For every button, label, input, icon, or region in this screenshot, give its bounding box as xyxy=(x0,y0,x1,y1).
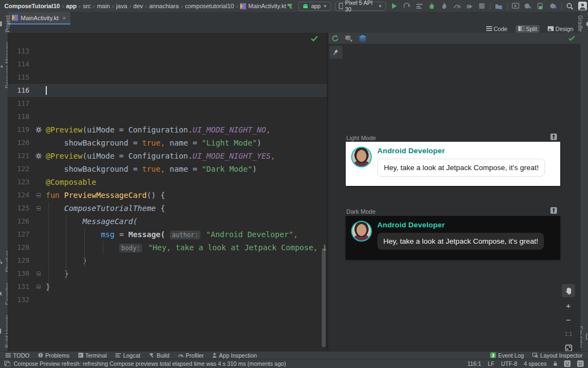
preview-gear-icon[interactable] xyxy=(32,123,46,136)
profile-debug-apk-icon[interactable] xyxy=(465,1,474,11)
mode-split[interactable]: Split xyxy=(516,25,540,33)
preview-action-icon[interactable] xyxy=(550,133,558,141)
gradle-sync-icon[interactable] xyxy=(524,1,532,11)
build-hammer-icon[interactable] xyxy=(286,1,295,11)
stop-icon[interactable] xyxy=(477,1,486,11)
breadcrumb-separator: › xyxy=(79,3,81,9)
refresh-preview-icon[interactable] xyxy=(332,35,339,42)
pin-preview-button[interactable] xyxy=(329,46,342,59)
file-encoding[interactable]: UTF-8 xyxy=(501,360,517,367)
line-number: 125 xyxy=(8,202,32,215)
breadcrumb-main[interactable]: main xyxy=(97,3,110,9)
sidebar-item-project[interactable]: Project xyxy=(0,15,11,32)
pin-icon xyxy=(333,49,339,56)
ui-check-icon[interactable] xyxy=(345,35,352,41)
mode-design[interactable]: Design xyxy=(545,25,576,33)
tool-window-bar: TODO Problems Terminal Logcat Build Prof… xyxy=(0,351,588,359)
code-line-118[interactable]: 118 xyxy=(8,110,327,123)
toolwindow-logcat[interactable]: Logcat xyxy=(115,352,140,359)
code-line-124[interactable]: 124fun PreviewMessageCard() { xyxy=(8,189,327,202)
preview-action-icon[interactable] xyxy=(550,207,558,214)
toolwindow-build[interactable]: Build xyxy=(149,352,169,359)
running-devices-icon[interactable] xyxy=(511,1,520,11)
zoom-in-button[interactable]: + xyxy=(562,299,575,311)
right-tool-strip: Gradle Emulator xyxy=(580,12,588,351)
toolwindow-todo[interactable]: TODO xyxy=(5,352,29,359)
code-line-113[interactable]: 113 xyxy=(8,45,327,58)
toolwindow-profiler[interactable]: Profiler xyxy=(178,352,204,359)
preview-gear-icon[interactable] xyxy=(32,149,46,162)
close-icon[interactable]: × xyxy=(62,15,65,21)
profile-avatar-icon[interactable] xyxy=(578,1,587,11)
code-line-121[interactable]: 121@Preview(uiMode = Configuration.UI_MO… xyxy=(8,149,327,162)
lock-icon[interactable] xyxy=(553,361,558,366)
code-line-128[interactable]: 128 body: "Hey, take a look at Jetpack C… xyxy=(8,241,327,254)
code-line-131[interactable]: 131} xyxy=(8,280,327,293)
breadcrumb-project[interactable]: ComposeTutorial10 xyxy=(4,3,60,9)
sdk-manager-icon[interactable] xyxy=(549,1,558,11)
debug-icon[interactable] xyxy=(427,1,436,11)
attach-debugger-icon[interactable] xyxy=(440,1,449,11)
line-ending[interactable]: LF xyxy=(488,360,494,367)
line-number: 119 xyxy=(8,123,32,136)
todo-icon xyxy=(5,353,11,358)
avatar xyxy=(351,147,372,167)
gutter-slot xyxy=(32,71,46,84)
search-everywhere-icon[interactable] xyxy=(566,1,574,11)
code-line-126[interactable]: 126 MessageCard( xyxy=(8,215,327,228)
code-line-129[interactable]: 129 ) xyxy=(8,254,327,267)
code-editor[interactable]: 113114115116117118119@Preview(uiMode = C… xyxy=(8,33,327,351)
code-line-114[interactable]: 114 xyxy=(8,58,327,71)
sidebar-item-gradle[interactable]: Gradle xyxy=(577,15,588,32)
code-line-122[interactable]: 122 showBackground = true, name = "Dark … xyxy=(8,162,327,176)
code-line-125[interactable]: 125 ComposeTutorialTheme { xyxy=(8,202,327,215)
breadcrumb-file[interactable]: MainActivity.kt xyxy=(248,3,286,9)
toolwindow-problems[interactable]: Problems xyxy=(38,352,69,359)
zoom-to-fit-icon[interactable] xyxy=(562,342,575,351)
status-window-icon[interactable] xyxy=(4,361,10,366)
feedback-sad-icon[interactable] xyxy=(577,360,584,367)
preview-canvas[interactable]: Light Mode Android Developer Hey, take a… xyxy=(328,44,580,351)
code-line-130[interactable]: 130 } xyxy=(8,267,327,280)
apply-code-changes-icon[interactable] xyxy=(415,1,424,11)
code-line-120[interactable]: 120 showBackground = true, name = "Light… xyxy=(8,136,327,149)
breadcrumb-java[interactable]: java xyxy=(116,3,127,9)
zoom-reset-button[interactable]: 1:1 xyxy=(562,328,575,340)
pan-hand-icon[interactable] xyxy=(562,284,575,297)
device-select[interactable]: Pixel 5 API 30▼ xyxy=(335,2,386,11)
breadcrumb-app[interactable]: app xyxy=(66,3,77,9)
editor-scrollbar[interactable] xyxy=(322,248,326,347)
tab-mainactivity[interactable]: MainActivity.kt × xyxy=(8,12,70,25)
device-manager-icon[interactable] xyxy=(536,1,545,11)
breadcrumb-src[interactable]: src xyxy=(83,3,91,9)
layout-inspector-button[interactable]: Layout Inspector xyxy=(532,352,583,359)
device-file-explorer-icon[interactable] xyxy=(494,1,503,11)
zoom-out-button[interactable]: − xyxy=(562,313,575,325)
inspections-ok-icon[interactable] xyxy=(311,35,318,41)
event-log-button[interactable]: 3Event Log xyxy=(490,352,524,359)
code-line-127[interactable]: 127 msg = Message( author: "Android Deve… xyxy=(8,228,327,241)
profiler-icon[interactable] xyxy=(452,1,461,11)
layers-icon[interactable] xyxy=(359,35,366,42)
gutter-slot xyxy=(32,84,46,97)
indent-setting[interactable]: 4 spaces xyxy=(524,360,547,367)
breadcrumb-dev[interactable]: dev xyxy=(133,3,143,9)
breadcrumb-annachiara[interactable]: annachiara xyxy=(149,3,179,9)
breadcrumb-package[interactable]: composetutorial10 xyxy=(185,3,234,9)
apply-changes-icon[interactable] xyxy=(402,1,411,11)
mode-code[interactable]: Code xyxy=(483,25,510,33)
toolwindow-app-inspection[interactable]: App Inspection xyxy=(212,352,256,359)
code-line-116[interactable]: 116 xyxy=(8,84,327,97)
run-configuration-select[interactable]: app▼ xyxy=(298,2,330,11)
run-button[interactable] xyxy=(390,1,399,11)
breadcrumb-separator: › xyxy=(62,3,64,9)
caret-position[interactable]: 116:1 xyxy=(467,360,481,367)
code-line-117[interactable]: 117 xyxy=(8,97,327,110)
breadcrumb-separator: › xyxy=(93,3,95,9)
code-line-119[interactable]: 119@Preview(uiMode = Configuration.UI_MO… xyxy=(8,123,327,136)
toolwindow-terminal[interactable]: Terminal xyxy=(78,352,107,359)
code-line-123[interactable]: 123@Composable xyxy=(8,176,327,189)
code-line-132[interactable]: 132 xyxy=(8,293,327,306)
code-line-115[interactable]: 115 xyxy=(8,71,327,84)
feedback-happy-icon[interactable] xyxy=(564,360,571,367)
